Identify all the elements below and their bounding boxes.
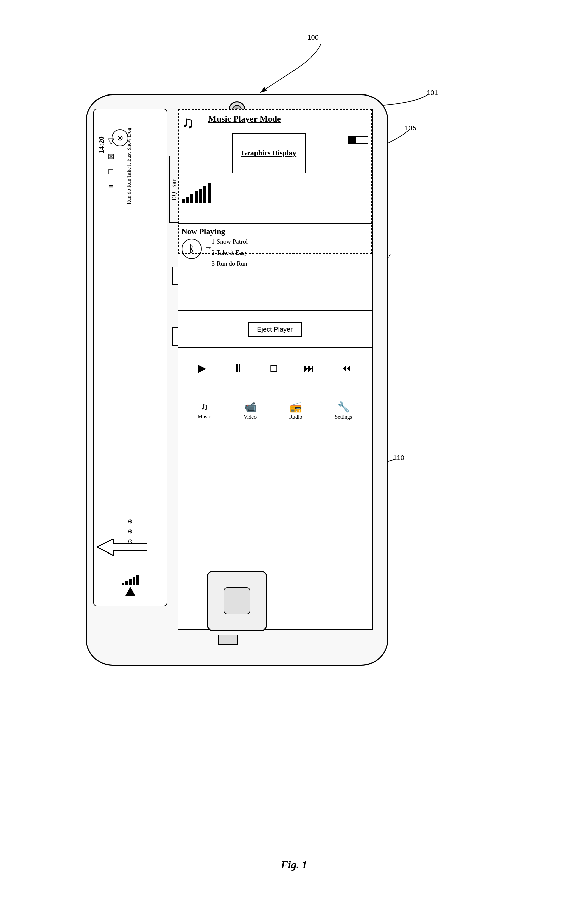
signal-bars-right: [181, 183, 211, 203]
nav-pad-inner[interactable]: [224, 587, 250, 614]
back-arrow-svg: [97, 539, 147, 556]
device-outer: 14:20 ⊗ ▽ ⊠ □ ≡ Snow Dog Take it Easy Ru…: [86, 94, 388, 666]
nav-video[interactable]: 📹 Video: [244, 401, 257, 420]
playlist-item-2: 2 Take it Easy: [212, 247, 248, 258]
rbar1: [181, 199, 184, 203]
section-nav: ♫ Music 📹 Video 📻 Radio 🔧 Settings: [178, 388, 372, 432]
svg-marker-1: [97, 539, 147, 556]
bar4: [133, 577, 136, 585]
stop-button[interactable]: □: [270, 362, 277, 374]
figure-caption: Fig. 1: [281, 858, 307, 871]
eject-player-button[interactable]: Eject Player: [248, 322, 302, 336]
eq-bar-label: EQ Bar: [171, 178, 178, 200]
ref-105: 105: [405, 124, 416, 132]
dock-connector: [218, 635, 238, 645]
nav-pad[interactable]: [207, 571, 267, 631]
nav-radio[interactable]: 📻 Radio: [289, 401, 302, 420]
playlist-item-1: 1 Snow Patrol: [212, 236, 248, 247]
next-button[interactable]: ⏭: [304, 362, 314, 374]
nav-video-label: Video: [244, 414, 257, 420]
rbar4: [195, 191, 198, 203]
icon-triangle-down: ▽: [108, 136, 114, 145]
bottom-icon-2: ⊕: [128, 528, 133, 535]
ref-110: 110: [393, 454, 404, 462]
playlist-item-3: 3 Run do Run: [212, 258, 248, 269]
music-player-title: Music Player Mode: [208, 114, 281, 124]
rbar6: [204, 186, 207, 203]
song-title-2: Take it Easy: [216, 249, 248, 256]
left-panel: 14:20 ⊗ ▽ ⊠ □ ≡ Snow Dog Take it Easy Ru…: [94, 108, 167, 606]
ref-100: 100: [308, 34, 319, 41]
song-1: Snow Dog: [124, 128, 134, 150]
rbar3: [190, 194, 193, 203]
battery-indicator: [348, 136, 368, 144]
graphics-display-box: Graphics Display: [232, 133, 306, 173]
bluetooth-symbol: ᛒ: [189, 243, 195, 255]
section-controls: ▶ ⏸ □ ⏭ ⏮: [178, 348, 372, 388]
graphics-display-text: Graphics Display: [241, 148, 296, 158]
bottom-icon-1: ⊕: [128, 517, 133, 525]
music-note-icon: ♫: [181, 113, 194, 132]
bar3: [129, 579, 132, 585]
rbar5: [199, 189, 202, 203]
section-eject: Eject Player: [178, 311, 372, 348]
rbar2: [186, 197, 189, 203]
now-playing-title: Now Playing: [181, 227, 368, 236]
triangle-up-icon: [125, 587, 136, 595]
nav-settings-label: Settings: [334, 414, 352, 420]
bar2: [125, 581, 128, 585]
nav-music-icon: ♫: [201, 401, 208, 412]
time-display: 14:20: [97, 136, 105, 154]
song-title-3: Run do Run: [216, 260, 247, 267]
nav-settings[interactable]: 🔧 Settings: [334, 401, 352, 420]
pause-button[interactable]: ⏸: [233, 362, 244, 374]
song-title-1: Snow Patrol: [216, 238, 248, 245]
section-now-playing: Now Playing ᛒ → 1 Snow Patrol 2 Take it …: [178, 224, 372, 311]
icon-lines: ≡: [108, 182, 113, 191]
song-2: Take it Easy: [124, 151, 134, 178]
nav-music[interactable]: ♫ Music: [198, 401, 211, 420]
icon-square: □: [108, 167, 113, 176]
icon-skip: ⊠: [108, 152, 114, 161]
bar1: [122, 583, 124, 585]
ref-101: 101: [427, 89, 438, 97]
playlist: 1 Snow Patrol 2 Take it Easy 3 Run do Ru…: [212, 236, 248, 269]
rbar7: [208, 183, 211, 203]
signal-bars-left: [122, 575, 139, 585]
section-music-player: ♫ Music Player Mode Graphics Display: [178, 109, 372, 224]
right-panel: ♫ Music Player Mode Graphics Display: [178, 108, 373, 630]
prev-button[interactable]: ⏮: [341, 362, 352, 374]
battery-fill: [349, 137, 356, 143]
play-button[interactable]: ▶: [198, 362, 207, 374]
nav-music-label: Music: [198, 414, 211, 420]
nav-video-icon: 📹: [244, 401, 257, 412]
bluetooth-icon: ᛒ: [181, 239, 202, 259]
bar5: [136, 575, 139, 585]
playlist-arrow: →: [205, 243, 212, 252]
left-icons: ▽ ⊠ □ ≡: [108, 136, 114, 191]
back-arrow-area: [97, 537, 150, 557]
nav-radio-icon: 📻: [289, 401, 302, 412]
nav-radio-label: Radio: [289, 414, 302, 420]
song-3: Run do Run: [124, 179, 134, 204]
nav-settings-icon: 🔧: [337, 401, 350, 412]
